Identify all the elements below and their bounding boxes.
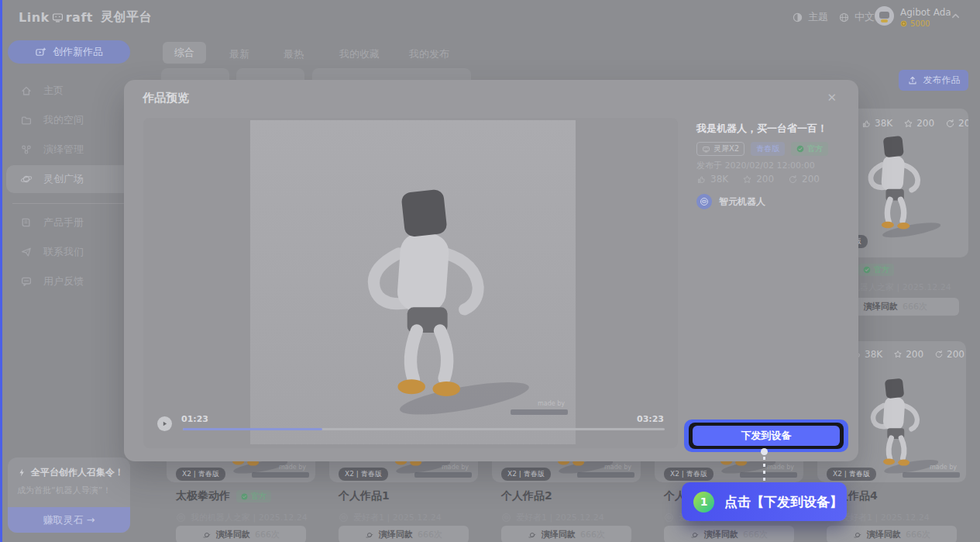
star-icon [903, 119, 913, 129]
robot-face-icon [700, 197, 709, 206]
check-circle-icon [863, 266, 871, 274]
sidebar-item-performance-mgmt[interactable]: 演绎管理 [6, 136, 136, 164]
swirl-icon [690, 530, 700, 540]
sidebar-item-home[interactable]: 主页 [6, 77, 136, 105]
replay-same-button[interactable]: 演绎同款666次 [827, 526, 957, 542]
robot-face-icon [664, 513, 674, 523]
tab-my-favorites[interactable]: 我的收藏 [339, 47, 380, 61]
send-to-device-button[interactable]: 下发到设备 [693, 426, 840, 446]
sidebar-item-label: 我的空间 [43, 113, 84, 127]
close-icon[interactable]: ✕ [827, 91, 837, 105]
like-stat[interactable]: 38K [696, 174, 728, 185]
sidebar-item-user-feedback[interactable]: 用户反馈 [6, 268, 136, 295]
chat-icon [20, 275, 33, 288]
logo-robot-icon [51, 11, 64, 24]
sidebar-item-product-manual[interactable]: 产品手册 [6, 209, 136, 236]
play-icon [161, 420, 168, 427]
user-points: 5000 [910, 19, 930, 28]
check-circle-icon [241, 493, 248, 500]
play-button[interactable] [157, 416, 172, 431]
sidebar-item-label: 演绎管理 [43, 143, 84, 157]
work-author[interactable]: 智元机器人 [696, 194, 765, 209]
repost-stat[interactable]: 200 [788, 174, 820, 185]
swirl-icon [202, 530, 211, 540]
coin-icon [900, 20, 907, 27]
create-work-button[interactable]: 创作新作品 [8, 40, 130, 64]
repost-icon [788, 174, 798, 185]
tab-all[interactable]: 综合 [163, 42, 206, 64]
published-date: 发布于 2020/02/02 12:00:00 [696, 160, 815, 171]
seek-bar-fill [183, 428, 322, 430]
sidebar-item-label: 联系我们 [43, 245, 84, 259]
model-edition-tag: X2 | 青春版 [501, 468, 551, 481]
repost-icon [934, 350, 944, 359]
logo-cn: 灵创平台 [101, 9, 152, 26]
official-badge: 官方 [236, 490, 271, 502]
language-label: 中文 [854, 10, 875, 24]
seek-bar[interactable] [183, 428, 665, 430]
watermark-line2 [577, 472, 634, 478]
watermark: made by [604, 464, 631, 471]
work-tags: 灵犀X2 青春版 官方 [696, 142, 828, 156]
video-frame: made by [250, 120, 576, 444]
watermark-line2 [252, 472, 309, 478]
watermark-line2 [511, 409, 568, 415]
creator-recruit-card: 全平台创作人召集令！ 成为首批“机器人导演”！ 赚取灵石 → [8, 457, 130, 533]
guide-tooltip: 1 点击【下发到设备】 [682, 482, 847, 521]
create-work-label: 创作新作品 [53, 45, 103, 59]
send-to-device-highlight-border: 下发到设备 [689, 423, 844, 449]
work-preview-modal: 作品预览 ✕ made by 01:23 03:23 我是机器人，买一台省一百！… [124, 80, 858, 461]
swirl-icon [365, 530, 374, 540]
replay-same-button[interactable]: 演绎同款666次 [664, 526, 794, 542]
tab-hottest[interactable]: 最热 [284, 47, 304, 61]
chevron-up-icon [950, 10, 961, 22]
nodes-icon [20, 143, 33, 156]
model-edition-tag: X2 | 青春版 [827, 468, 876, 481]
watermark: made by [930, 464, 957, 471]
promo-title: 全平台创作人召集令！ [31, 466, 124, 479]
lightning-icon [17, 468, 27, 478]
language-switch[interactable]: 中文 [838, 10, 875, 24]
swirl-icon [853, 530, 862, 540]
user-menu-collapse[interactable] [950, 10, 961, 22]
screen-edge-accent [0, 0, 2, 542]
model-edition-tag: X2 | 青春版 [664, 468, 714, 481]
replay-same-button[interactable]: 演绎同款666次 [339, 526, 469, 542]
user-info[interactable]: Agibot Ada 5000 [900, 7, 951, 28]
theme-toggle[interactable]: 主题 [792, 10, 828, 24]
app-logo: Link raft 灵创平台 [19, 9, 152, 26]
author-avatar [696, 194, 712, 209]
avatar[interactable] [875, 6, 894, 26]
sidebar-item-label: 用户反馈 [43, 274, 84, 288]
sidebar-item-creation-plaza[interactable]: 灵创广场 [6, 165, 136, 193]
card-author-line: 我的机器人之家 | 2025.12.24 [176, 512, 308, 523]
replay-same-button[interactable]: 演绎同款666次 [501, 526, 631, 542]
earn-gems-button[interactable]: 赚取灵石 → [8, 507, 130, 533]
user-name: Agibot Ada [900, 7, 951, 18]
tab-my-published[interactable]: 我的发布 [409, 47, 449, 61]
thumbs-up-icon [696, 174, 707, 185]
guide-tooltip-label: 点击【下发到设备】 [724, 493, 843, 511]
model-edition-tag: X2 | 青春版 [176, 468, 225, 481]
sidebar-item-my-space[interactable]: 我的空间 [6, 106, 136, 134]
book-icon [20, 216, 33, 229]
watermark-line2 [414, 472, 472, 478]
home-icon [20, 85, 33, 97]
promo-subtitle: 成为首批“机器人导演”！ [17, 485, 130, 496]
card-author-line: 爱好者1 | 2025.12.24 [339, 512, 442, 523]
card-author-line: 爱好者1 | 2025.12.24 [501, 512, 604, 523]
tab-newest[interactable]: 最新 [229, 47, 249, 61]
robot-video-figure [304, 153, 529, 428]
watermark: made by [538, 400, 565, 407]
total-time: 03:23 [637, 414, 664, 424]
publish-work-button[interactable]: 发布作品 [899, 70, 968, 91]
check-circle-icon [796, 145, 804, 153]
send-to-device-highlight-ring: 下发到设备 [684, 419, 848, 452]
sidebar-item-contact-us[interactable]: 联系我们 [6, 238, 136, 266]
robot-thumbnail [844, 363, 938, 479]
card-stats: 38K 200 200 [852, 349, 965, 360]
favorite-stat[interactable]: 200 [742, 174, 774, 185]
star-icon [893, 350, 903, 359]
replay-same-button[interactable]: 演绎同款666次 [176, 526, 306, 542]
watermark-line2 [903, 472, 960, 478]
